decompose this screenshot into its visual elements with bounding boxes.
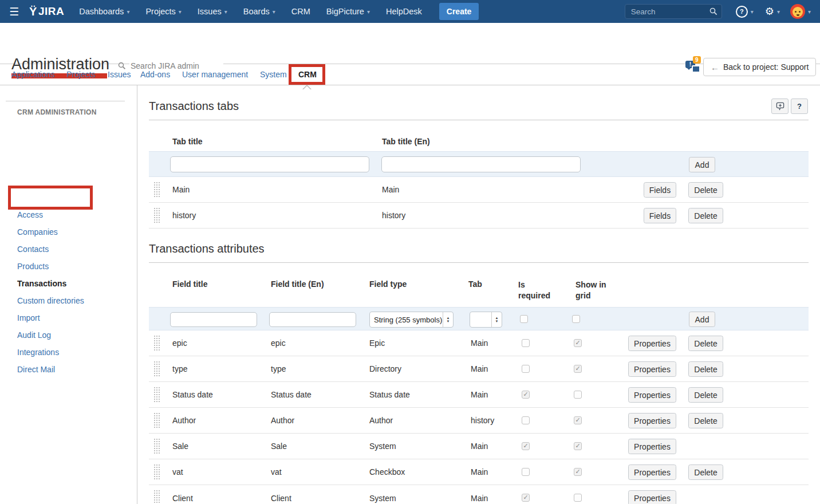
is-required-checkbox[interactable]: [522, 494, 530, 502]
tab-system[interactable]: System: [260, 64, 287, 85]
is-required-checkbox[interactable]: [522, 365, 530, 373]
chevron-down-icon: ▾: [179, 9, 182, 15]
field-title-en-cell: Author: [271, 408, 294, 433]
show-in-grid-checkbox[interactable]: [574, 494, 582, 502]
show-in-grid-checkbox[interactable]: [574, 365, 582, 373]
gear-icon[interactable]: ⚙: [765, 5, 774, 18]
create-button[interactable]: Create: [439, 3, 479, 20]
sidebar-item-access[interactable]: Access: [17, 207, 43, 223]
show-in-grid-checkbox[interactable]: [572, 315, 580, 323]
feedback-button[interactable]: [771, 99, 789, 114]
field-type-select[interactable]: String (255 symbols) ▲▼: [369, 312, 454, 328]
sidebar-item-transactions[interactable]: Transactions: [17, 275, 66, 292]
select-stepper-icon: ▲▼: [443, 312, 453, 327]
delete-button[interactable]: Delete: [688, 336, 723, 351]
is-required-checkbox[interactable]: [522, 442, 530, 450]
column-header-tab: Tab: [468, 279, 482, 289]
new-field-title-en-input[interactable]: [269, 312, 356, 327]
delete-button[interactable]: Delete: [688, 387, 723, 403]
field-type-cell: System: [369, 485, 396, 504]
tab-applications[interactable]: Applications: [11, 64, 55, 85]
tab-user-management[interactable]: User management: [182, 64, 248, 85]
delete-button[interactable]: Delete: [688, 361, 723, 377]
field-title-en-cell: type: [271, 356, 286, 381]
properties-button[interactable]: Properties: [628, 387, 676, 403]
drag-handle-icon[interactable]: [153, 438, 160, 455]
new-tab-title-input[interactable]: [170, 156, 369, 172]
field-title-cell: epic: [172, 330, 187, 356]
table-row: Main Main Fields Delete: [149, 177, 809, 203]
field-title-en-cell: Status date: [271, 382, 312, 407]
tab-issues[interactable]: Issues: [108, 64, 131, 85]
delete-button[interactable]: Delete: [688, 208, 723, 223]
jira-logo-text: JIRA: [38, 5, 64, 18]
delete-button[interactable]: Delete: [688, 182, 723, 198]
sidebar-item-products[interactable]: Products: [17, 258, 49, 274]
nav-bigpicture[interactable]: BigPicture▾: [326, 7, 370, 16]
show-in-grid-checkbox[interactable]: [574, 416, 582, 424]
drag-handle-icon[interactable]: [153, 207, 160, 224]
show-in-grid-checkbox[interactable]: [574, 339, 582, 347]
tab-projects[interactable]: Projects: [66, 64, 96, 85]
drag-handle-icon[interactable]: [153, 490, 160, 504]
nav-boards[interactable]: Boards▾: [243, 7, 275, 16]
is-required-checkbox[interactable]: [522, 416, 530, 424]
field-type-cell: System: [369, 434, 396, 459]
field-type-cell: Directory: [369, 356, 401, 381]
drag-handle-icon[interactable]: [153, 335, 160, 352]
drag-handle-icon[interactable]: [153, 387, 160, 403]
help-icon[interactable]: ?: [736, 6, 748, 18]
column-header-is-required: Is required: [518, 279, 555, 301]
properties-button[interactable]: Properties: [628, 336, 676, 351]
drag-handle-icon[interactable]: [153, 361, 160, 377]
tab-addons[interactable]: Add-ons: [140, 64, 170, 85]
field-title-cell: Status date: [172, 382, 213, 407]
properties-button[interactable]: Properties: [628, 490, 676, 504]
nav-projects[interactable]: Projects▾: [145, 7, 181, 16]
new-field-title-input[interactable]: [170, 312, 257, 327]
sidebar-item-import[interactable]: Import: [17, 310, 40, 326]
properties-button[interactable]: Properties: [628, 439, 676, 454]
drag-handle-icon[interactable]: [153, 412, 160, 429]
fields-button[interactable]: Fields: [644, 182, 676, 198]
drag-handle-icon[interactable]: [153, 464, 160, 481]
is-required-checkbox[interactable]: [520, 315, 528, 323]
is-required-checkbox[interactable]: [522, 468, 530, 476]
jira-logo[interactable]: Ÿ JIRA: [29, 5, 64, 18]
nav-helpdesk[interactable]: HelpDesk: [386, 7, 422, 16]
nav-dashboards[interactable]: Dashboards▾: [79, 7, 129, 16]
is-required-checkbox[interactable]: [522, 339, 530, 347]
sidebar-item-contacts[interactable]: Contacts: [17, 241, 49, 257]
drag-handle-icon[interactable]: [153, 182, 160, 198]
fields-button[interactable]: Fields: [644, 208, 676, 223]
show-in-grid-checkbox[interactable]: [574, 391, 582, 399]
sidebar-item-custom-directories[interactable]: Custom directories: [17, 293, 84, 309]
new-tab-title-en-input[interactable]: [381, 156, 581, 172]
add-tab-button[interactable]: Add: [689, 157, 715, 172]
sidebar-item-companies[interactable]: Companies: [17, 224, 58, 240]
properties-button[interactable]: Properties: [628, 361, 676, 377]
sidebar-item-audit-log[interactable]: Audit Log: [17, 327, 51, 343]
navbar-search-input[interactable]: [625, 4, 722, 19]
tab-select[interactable]: ▲▼: [470, 312, 502, 328]
delete-button[interactable]: Delete: [688, 464, 723, 480]
field-title-cell: Client: [172, 485, 193, 504]
is-required-checkbox[interactable]: [522, 391, 530, 399]
show-in-grid-checkbox[interactable]: [574, 442, 582, 450]
properties-button[interactable]: Properties: [628, 464, 676, 480]
help-button[interactable]: ?: [791, 99, 808, 114]
nav-crm[interactable]: CRM: [291, 7, 310, 16]
sidebar-item-integrations[interactable]: Integrations: [17, 344, 59, 360]
sidebar-item-direct-mail[interactable]: Direct Mail: [17, 361, 55, 377]
show-in-grid-checkbox[interactable]: [574, 468, 582, 476]
table-row: history history Fields Delete: [149, 203, 809, 229]
field-title-cell: Author: [172, 408, 196, 433]
user-avatar[interactable]: [790, 4, 805, 19]
hamburger-menu-icon[interactable]: ☰: [9, 5, 19, 18]
add-attribute-button[interactable]: Add: [689, 312, 715, 327]
nav-issues[interactable]: Issues▾: [198, 7, 227, 16]
admin-tab-bar: Applications Projects Issues Add-ons Use…: [0, 64, 820, 85]
divider: [6, 101, 125, 101]
properties-button[interactable]: Properties: [628, 413, 676, 428]
delete-button[interactable]: Delete: [688, 413, 723, 428]
